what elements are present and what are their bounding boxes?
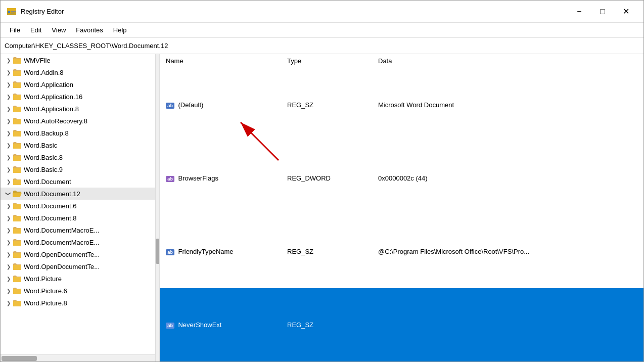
tree-item-label: Word.Document.6	[24, 202, 77, 210]
reg-sz-icon: ab	[166, 103, 174, 109]
chevron-icon: ❯	[5, 80, 13, 88]
chevron-icon: ❯	[5, 68, 13, 76]
tree-item-label: Word.Addin.8	[24, 69, 64, 76]
table-row-selected[interactable]: ab NeverShowExt REG_SZ	[160, 288, 643, 361]
table-row[interactable]: ab BrowserFlags REG_DWORD 0x0000002c (44…	[160, 142, 643, 215]
tree-item-label: Word.OpenDocumentTe...	[24, 251, 100, 258]
menu-view[interactable]: View	[47, 24, 71, 36]
tree-item-word-document[interactable]: ❯ Word.Document	[1, 175, 159, 188]
tree-item-word-application-8[interactable]: ❯ Word.Application.8	[1, 103, 159, 115]
tree-panel[interactable]: ❯ WMVFile ❯ Word.Addin.8 ❯ Word.Applicat…	[1, 54, 160, 361]
folder-icon	[13, 214, 22, 222]
tree-item-word-documentmacroe-2[interactable]: ❯ Word.DocumentMacroE...	[1, 236, 159, 248]
cell-type: REG_DWORD	[281, 142, 372, 215]
chevron-icon: ❯	[5, 177, 13, 186]
menu-file[interactable]: File	[5, 24, 25, 36]
tree-item-word-picture-6[interactable]: ❯ Word.Picture.6	[1, 285, 159, 297]
tree-item-word-addin[interactable]: ❯ Word.Addin.8	[1, 66, 159, 78]
menu-help[interactable]: Help	[108, 24, 132, 36]
table-row[interactable]: ab (Default) REG_SZ Microsoft Word Docum…	[160, 68, 643, 142]
tree-item-word-basic-8[interactable]: ❯ Word.Basic.8	[1, 151, 159, 163]
menu-favorites[interactable]: Favorites	[71, 24, 108, 36]
tree-item-wmvfile[interactable]: ❯ WMVFile	[1, 54, 159, 66]
tree-item-word-application-16[interactable]: ❯ Word.Application.16	[1, 91, 159, 103]
chevron-icon: ❯	[5, 105, 13, 113]
chevron-icon: ❯	[5, 165, 13, 173]
chevron-icon: ❯	[5, 250, 13, 258]
menu-edit[interactable]: Edit	[25, 24, 47, 36]
cell-type: REG_SZ	[281, 68, 372, 142]
cell-data: @C:\Program Files\Microsoft Office\Root\…	[372, 215, 643, 288]
entry-name: FriendlyTypeName	[178, 248, 233, 255]
tree-item-label: Word.Application	[24, 81, 73, 88]
folder-icon	[13, 299, 22, 307]
folder-icon	[13, 262, 22, 270]
tree-item-word-picture-8[interactable]: ❯ Word.Picture.8	[1, 297, 159, 309]
reg-sz-icon: ab	[166, 323, 174, 329]
tree-item-label: Word.Picture	[24, 275, 62, 283]
folder-icon-open	[13, 190, 22, 198]
address-bar: Computer\HKEY_CLASSES_ROOT\Word.Document…	[1, 38, 643, 54]
tree-item-word-application[interactable]: ❯ Word.Application	[1, 78, 159, 91]
svg-rect-2	[8, 11, 10, 13]
folder-icon	[13, 68, 22, 76]
entry-name: BrowserFlags	[178, 174, 218, 182]
minimize-button[interactable]: −	[568, 4, 591, 20]
cell-type: REG_SZ	[281, 288, 372, 361]
chevron-icon: ❯	[5, 275, 13, 283]
tree-item-word-basic[interactable]: ❯ Word.Basic	[1, 139, 159, 151]
cell-name: ab FriendlyTypeName	[160, 215, 281, 288]
svg-rect-4	[11, 13, 14, 14]
chevron-icon: ❯	[5, 190, 13, 198]
main-content: ❯ WMVFile ❯ Word.Addin.8 ❯ Word.Applicat…	[1, 54, 643, 361]
cell-name: ab NeverShowExt	[160, 288, 281, 361]
tree-item-label: Word.Document.8	[24, 214, 77, 222]
tree-item-word-picture[interactable]: ❯ Word.Picture	[1, 273, 159, 285]
chevron-icon: ❯	[5, 226, 13, 234]
col-type[interactable]: Type	[281, 54, 372, 68]
folder-icon	[13, 117, 22, 125]
cell-data: Microsoft Word Document	[372, 68, 643, 142]
tree-item-word-document-12[interactable]: ❯ Word.Document.12	[1, 188, 159, 200]
cell-name: ab (Default)	[160, 68, 281, 142]
tree-item-label: Word.Document.12	[24, 190, 80, 198]
tree-item-word-documentmacroe-1[interactable]: ❯ Word.DocumentMacroE...	[1, 224, 159, 236]
close-button[interactable]: ✕	[614, 4, 637, 20]
folder-icon	[13, 165, 22, 173]
tree-item-word-opendocumente-2[interactable]: ❯ Word.OpenDocumentTe...	[1, 260, 159, 273]
folder-icon	[13, 105, 22, 113]
chevron-icon: ❯	[5, 153, 13, 161]
folder-icon	[13, 129, 22, 137]
folder-icon	[13, 80, 22, 88]
title-bar: Registry Editor − □ ✕	[1, 1, 643, 23]
menu-bar: File Edit View Favorites Help	[1, 23, 643, 38]
tree-item-word-basic-9[interactable]: ❯ Word.Basic.9	[1, 163, 159, 175]
maximize-button[interactable]: □	[591, 4, 614, 20]
registry-data-table: Name Type Data ab (Default) REG_SZ Micro…	[160, 54, 643, 361]
chevron-icon: ❯	[5, 202, 13, 210]
reg-sz-icon: ab	[166, 249, 174, 255]
col-data[interactable]: Data	[372, 54, 643, 68]
tree-item-label: Word.OpenDocumentTe...	[24, 263, 100, 270]
tree-item-word-document-8[interactable]: ❯ Word.Document.8	[1, 212, 159, 224]
tree-item-word-autorecovery[interactable]: ❯ Word.AutoRecovery.8	[1, 115, 159, 127]
folder-icon	[13, 93, 22, 101]
tree-item-label: Word.Application.8	[24, 105, 79, 113]
tree-item-word-backup[interactable]: ❯ Word.Backup.8	[1, 127, 159, 139]
reg-dword-icon: ab	[166, 176, 174, 182]
tree-item-label: Word.Application.16	[24, 93, 82, 101]
chevron-icon: ❯	[5, 238, 13, 246]
folder-icon	[13, 141, 22, 149]
tree-item-label: Word.Basic	[24, 142, 57, 149]
tree-item-word-document-6[interactable]: ❯ Word.Document.6	[1, 200, 159, 212]
registry-editor-window: Registry Editor − □ ✕ File Edit View Fav…	[0, 0, 644, 362]
tree-item-word-opendocumente-1[interactable]: ❯ Word.OpenDocumentTe...	[1, 248, 159, 260]
table-row[interactable]: ab FriendlyTypeName REG_SZ @C:\Program F…	[160, 215, 643, 288]
folder-icon	[13, 250, 22, 258]
col-name[interactable]: Name	[160, 54, 281, 68]
cell-type: REG_SZ	[281, 215, 372, 288]
chevron-icon: ❯	[5, 56, 13, 64]
folder-icon	[13, 177, 22, 186]
folder-icon	[13, 238, 22, 246]
chevron-icon: ❯	[5, 93, 13, 101]
